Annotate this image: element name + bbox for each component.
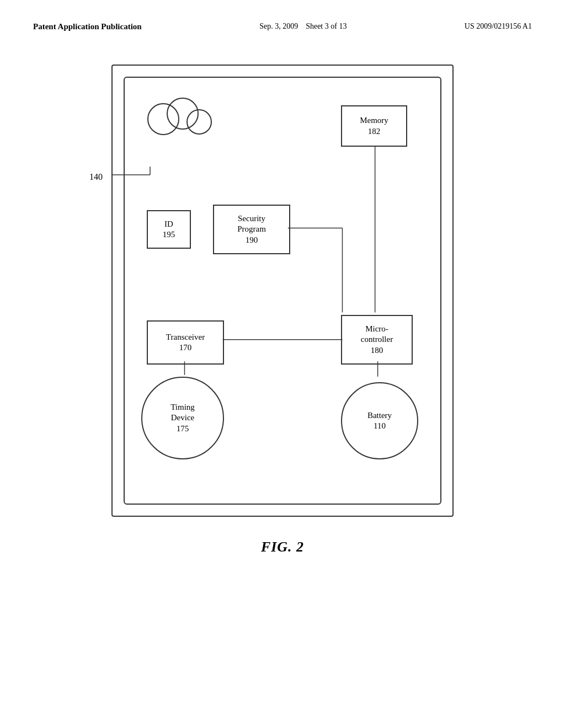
memory-label: Memory	[360, 115, 388, 126]
header-sheet: Sheet 3 of 13	[306, 22, 347, 30]
header-date: Sep. 3, 2009	[259, 22, 298, 30]
id-number: 195	[163, 229, 175, 240]
timing-device-circle: TimingDevice 175	[141, 377, 224, 459]
microcontroller-label: Micro-controller	[361, 324, 393, 345]
transceiver-number: 170	[179, 342, 192, 354]
transceiver-label: Transceiver	[166, 332, 205, 343]
outer-device-box: Memory 182 ID 195 SecurityProgram 190 Tr…	[111, 65, 454, 517]
security-number: 190	[246, 235, 258, 246]
battery-number: 110	[374, 421, 386, 432]
battery-label: Battery	[367, 410, 392, 421]
svg-point-0	[148, 104, 179, 135]
battery-circle: Battery 110	[341, 382, 418, 459]
microcontroller-box: Micro-controller 180	[341, 315, 413, 365]
id-label: ID	[164, 219, 173, 230]
timing-label: TimingDevice	[170, 402, 195, 424]
timing-number: 175	[177, 424, 189, 435]
header-publication-label: Patent Application Publication	[33, 22, 142, 31]
figure-caption: FIG. 2	[0, 539, 565, 555]
transceiver-box: Transceiver 170	[147, 320, 224, 365]
security-label: SecurityProgram	[237, 213, 266, 235]
memory-number: 182	[368, 126, 381, 137]
inner-panel-box: Memory 182 ID 195 SecurityProgram 190 Tr…	[124, 77, 441, 505]
bracket-svg	[92, 164, 153, 186]
antenna-area	[147, 94, 213, 141]
antenna-svg	[147, 94, 213, 138]
svg-point-1	[167, 98, 198, 129]
diagram-container: 140 Memory 182 ID 195	[62, 65, 503, 517]
svg-point-2	[187, 110, 211, 134]
page-header: Patent Application Publication Sep. 3, 2…	[0, 0, 565, 31]
microcontroller-number: 180	[371, 345, 383, 356]
header-date-sheet: Sep. 3, 2009 Sheet 3 of 13	[259, 22, 347, 31]
security-program-box: SecurityProgram 190	[213, 205, 290, 254]
id-box: ID 195	[147, 210, 191, 249]
header-patent-number: US 2009/0219156 A1	[465, 22, 532, 31]
memory-box: Memory 182	[341, 105, 407, 147]
